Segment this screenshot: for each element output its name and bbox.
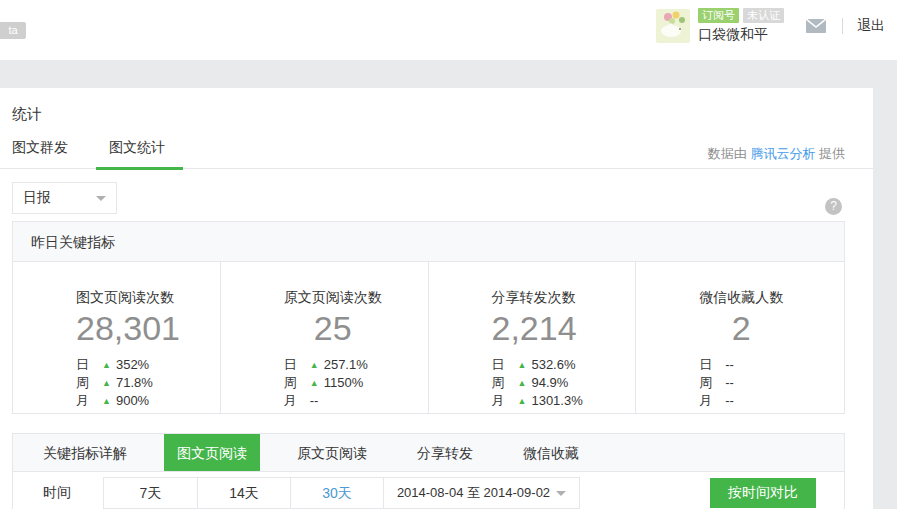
metric-value: 2: [699, 309, 783, 348]
metric-week-row: 周 --: [699, 374, 844, 392]
range-30-days[interactable]: 30天: [290, 478, 383, 508]
period-label: 周: [284, 374, 310, 392]
chevron-down-icon: [556, 491, 566, 496]
metric-week-row: 周 ▲ 94.9%: [492, 374, 636, 392]
up-arrow-icon: ▲: [102, 374, 111, 392]
metric-week-row: 周 ▲ 71.8%: [76, 374, 220, 392]
metric-value: 25: [284, 309, 382, 348]
header-gap-band: [0, 60, 897, 88]
tab-wechat-favorites[interactable]: 微信收藏: [510, 434, 592, 471]
tab-share-forwards[interactable]: 分享转发: [404, 434, 486, 471]
period-label: 月: [76, 392, 102, 410]
chevron-down-icon: [96, 196, 106, 201]
help-icon[interactable]: ?: [825, 198, 842, 215]
key-metrics-panel: 昨日关键指标 图文页阅读次数 28,301 日 ▲ 352% 周 ▲ 71.8%: [12, 221, 845, 414]
metric-original-page-reads: 原文页阅读次数 25 日 ▲ 257.1% 周 ▲ 1150% 月 --: [221, 262, 429, 413]
metric-month-row: 月 --: [699, 392, 844, 410]
account-area: 订阅号 未认证 口袋微和平 退出: [656, 8, 885, 44]
account-avatar[interactable]: [656, 9, 690, 43]
tab-key-metrics-explained[interactable]: 关键指标详解: [30, 434, 140, 471]
metric-share-forwards: 分享转发次数 2,214 日 ▲ 532.6% 周 ▲ 94.9% 月 ▲ 13…: [429, 262, 637, 413]
range-7-days[interactable]: 7天: [104, 478, 197, 508]
metric-label: 分享转发次数: [492, 289, 576, 307]
not-certified-badge: 未认证: [743, 8, 784, 23]
report-type-value: 日报: [23, 189, 96, 207]
tab-article-stats[interactable]: 图文统计: [109, 139, 179, 168]
up-arrow-icon: ▲: [310, 356, 319, 374]
main-content: 统计 图文群发 图文统计 数据由 腾讯云分析 提供 日报 ? 昨日关键指标 图文…: [0, 88, 873, 509]
subscription-type-badge: 订阅号: [698, 8, 739, 23]
top-header-bar: ta 订阅号 未认证 口袋微和平: [0, 0, 897, 60]
period-label: 日: [699, 356, 725, 374]
tab-mass-message-stats[interactable]: 图文群发: [12, 139, 82, 168]
period-label: 月: [492, 392, 518, 410]
data-provider-note: 数据由 腾讯云分析 提供: [708, 145, 845, 163]
divider: [842, 18, 843, 34]
time-filter-label: 时间: [43, 484, 103, 502]
metric-label: 微信收藏人数: [699, 289, 783, 307]
account-info: 订阅号 未认证 口袋微和平: [698, 8, 784, 44]
change-value: 71.8%: [116, 374, 153, 392]
up-arrow-icon: ▲: [102, 356, 111, 374]
change-value: 900%: [116, 392, 149, 410]
time-filter-row: 时间 7天 14天 30天 2014-08-04 至 2014-09-02 按时…: [13, 472, 844, 509]
compare-by-time-button[interactable]: 按时间对比: [710, 478, 816, 508]
metric-day-row: 日 ▲ 352%: [76, 356, 220, 374]
metric-day-row: 日 ▲ 257.1%: [284, 356, 428, 374]
report-type-select[interactable]: 日报: [12, 182, 117, 214]
up-arrow-icon: ▲: [518, 392, 527, 410]
metric-day-row: 日 ▲ 532.6%: [492, 356, 636, 374]
up-arrow-icon: ▲: [102, 392, 111, 410]
date-range-value: 2014-08-04 至 2014-09-02: [397, 484, 550, 502]
mail-icon[interactable]: [806, 19, 826, 33]
metric-label: 原文页阅读次数: [284, 289, 382, 307]
change-value: --: [725, 374, 734, 392]
period-label: 日: [492, 356, 518, 374]
metric-month-row: 月 ▲ 1301.3%: [492, 392, 636, 410]
change-value: 257.1%: [324, 356, 368, 374]
period-label: 周: [699, 374, 725, 392]
period-label: 周: [76, 374, 102, 392]
detail-panel: 关键指标详解 图文页阅读 原文页阅读 分享转发 微信收藏 时间 7天 14天 3…: [12, 433, 845, 509]
metric-day-row: 日 --: [699, 356, 844, 374]
metric-wechat-favorites: 微信收藏人数 2 日 -- 周 -- 月 --: [636, 262, 844, 413]
tab-article-page-reads[interactable]: 图文页阅读: [164, 434, 260, 471]
logout-link[interactable]: 退出: [857, 17, 885, 35]
period-label: 日: [76, 356, 102, 374]
metrics-row: 图文页阅读次数 28,301 日 ▲ 352% 周 ▲ 71.8% 月 ▲ 90…: [13, 262, 844, 413]
key-metrics-title: 昨日关键指标: [13, 222, 844, 262]
change-value: --: [310, 392, 319, 410]
change-value: 1301.3%: [531, 392, 582, 410]
tencent-analytics-link[interactable]: 腾讯云分析: [750, 146, 815, 161]
period-label: 月: [699, 392, 725, 410]
change-value: 532.6%: [531, 356, 575, 374]
corner-logo-badge: ta: [0, 22, 26, 39]
account-badges: 订阅号 未认证: [698, 8, 784, 23]
change-value: 352%: [116, 356, 149, 374]
tab-original-page-reads[interactable]: 原文页阅读: [284, 434, 380, 471]
date-range-picker[interactable]: 2014-08-04 至 2014-09-02: [383, 478, 579, 508]
change-value: 94.9%: [531, 374, 568, 392]
change-value: --: [725, 392, 734, 410]
metric-month-row: 月 --: [284, 392, 428, 410]
provider-suffix: 提供: [819, 146, 845, 161]
metric-label: 图文页阅读次数: [76, 289, 174, 307]
account-name: 口袋微和平: [698, 26, 784, 44]
period-label: 日: [284, 356, 310, 374]
metric-week-row: 周 ▲ 1150%: [284, 374, 428, 392]
change-value: --: [725, 356, 734, 374]
up-arrow-icon: ▲: [310, 374, 319, 392]
period-label: 周: [492, 374, 518, 392]
period-label: 月: [284, 392, 310, 410]
time-range-segmented-control: 7天 14天 30天 2014-08-04 至 2014-09-02: [103, 477, 580, 509]
change-value: 1150%: [324, 374, 364, 392]
metric-value: 2,214: [492, 309, 577, 348]
metric-article-page-reads: 图文页阅读次数 28,301 日 ▲ 352% 周 ▲ 71.8% 月 ▲ 90…: [13, 262, 221, 413]
metric-month-row: 月 ▲ 900%: [76, 392, 220, 410]
metric-value: 28,301: [76, 309, 180, 348]
provider-prefix: 数据由: [708, 146, 747, 161]
up-arrow-icon: ▲: [518, 356, 527, 374]
range-14-days[interactable]: 14天: [197, 478, 290, 508]
detail-tabs: 关键指标详解 图文页阅读 原文页阅读 分享转发 微信收藏: [13, 434, 844, 472]
up-arrow-icon: ▲: [518, 374, 527, 392]
